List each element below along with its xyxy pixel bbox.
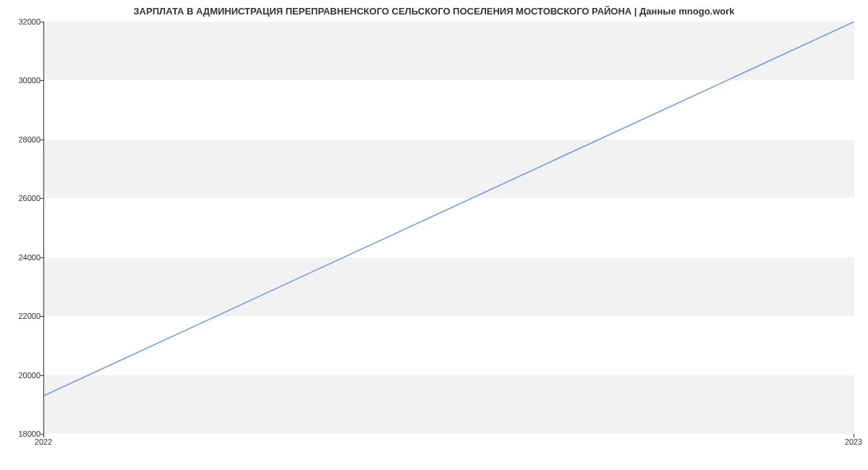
y-tick-label: 26000: [4, 194, 41, 202]
y-tick-label: 22000: [4, 312, 41, 320]
y-tick-label: 24000: [4, 253, 41, 262]
chart-container: 18000 20000 22000 24000 26000 28000 3000…: [43, 22, 854, 434]
y-tick-label: 30000: [4, 76, 41, 85]
x-tick-label: 2023: [845, 437, 862, 446]
y-tick-label: 32000: [4, 17, 41, 26]
plot-area: [43, 22, 854, 434]
y-tick-label: 28000: [4, 135, 41, 144]
chart-line: [44, 22, 854, 434]
x-tick-label: 2022: [35, 437, 52, 446]
chart-title: ЗАРПЛАТА В АДМИНИСТРАЦИЯ ПЕРЕПРАВНЕНСКОГ…: [0, 0, 868, 20]
y-tick-label: 20000: [4, 371, 41, 380]
